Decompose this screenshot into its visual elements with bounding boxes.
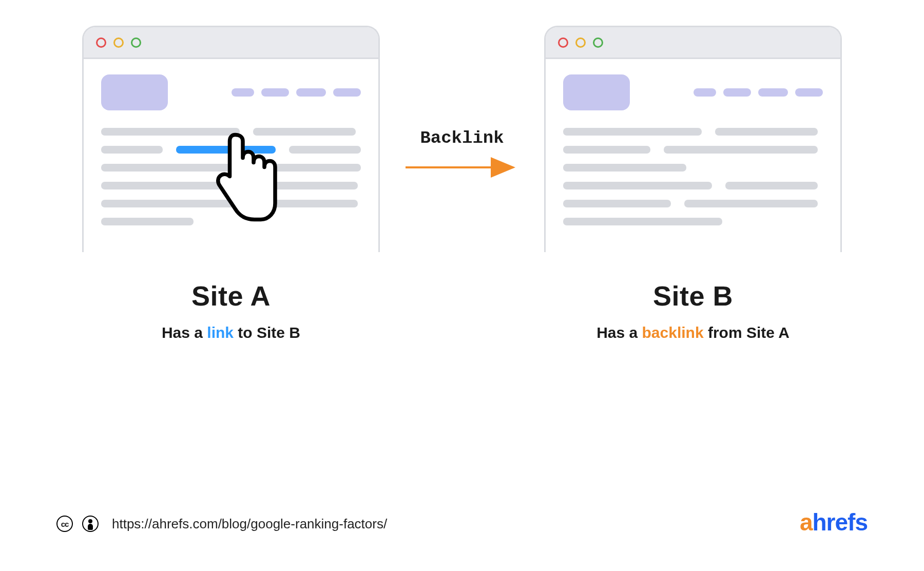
- site-b-caption: Has a backlink from Site A: [596, 324, 790, 341]
- cc-license-icon: cc: [56, 516, 73, 532]
- text-line: [101, 218, 194, 225]
- text-line: [715, 128, 818, 136]
- site-a-title: Site A: [191, 280, 271, 312]
- maximize-icon: [131, 37, 141, 48]
- diagram-stage: Site A Has a link to Site B Backlink: [0, 26, 924, 341]
- site-b-title: Site B: [653, 280, 733, 312]
- nav-item: [723, 88, 751, 97]
- nav-item: [795, 88, 823, 97]
- logo-placeholder: [563, 74, 630, 110]
- attribution-footer: cc https://ahrefs.com/blog/google-rankin…: [56, 516, 387, 532]
- text-line: [253, 128, 356, 136]
- hyperlink-line[interactable]: [176, 146, 276, 154]
- attribution-icon: [82, 516, 99, 532]
- text-line: [258, 164, 361, 172]
- ahrefs-logo: ahrefs: [800, 508, 868, 536]
- page-header: [563, 74, 823, 110]
- caption-keyword: link: [207, 324, 234, 341]
- arrow-icon: [403, 157, 521, 178]
- text-line: [101, 146, 163, 154]
- text-line: [563, 218, 722, 225]
- arrow-label: Backlink: [420, 128, 504, 148]
- browser-mock-a: [82, 26, 380, 252]
- text-line: [563, 146, 650, 154]
- site-a-caption: Has a link to Site B: [162, 324, 300, 341]
- maximize-icon: [593, 37, 603, 48]
- caption-keyword: backlink: [642, 324, 704, 341]
- nav-item: [296, 88, 326, 97]
- browser-mock-b: [544, 26, 842, 252]
- content-placeholder: [563, 128, 823, 225]
- text-line: [563, 164, 686, 172]
- text-line: [563, 128, 702, 136]
- page-body: [546, 59, 840, 252]
- close-icon: [558, 37, 568, 48]
- brand-rest: hrefs: [813, 509, 868, 536]
- nav-item: [694, 88, 716, 97]
- nav-placeholder: [232, 88, 361, 97]
- text-line: [101, 200, 358, 207]
- source-url: https://ahrefs.com/blog/google-ranking-f…: [112, 516, 387, 532]
- window-titlebar: [84, 27, 378, 59]
- arrow-column: Backlink: [400, 128, 524, 178]
- content-placeholder: [101, 128, 361, 225]
- caption-text: Has a: [596, 324, 642, 341]
- page-body: [84, 59, 378, 252]
- caption-text: to Site B: [234, 324, 300, 341]
- text-line: [101, 128, 240, 136]
- text-line: [725, 182, 818, 189]
- window-titlebar: [546, 27, 840, 59]
- page-header: [101, 74, 361, 110]
- site-b-column: Site B Has a backlink from Site A: [544, 26, 842, 341]
- nav-item: [232, 88, 254, 97]
- caption-text: Has a: [162, 324, 207, 341]
- nav-placeholder: [694, 88, 823, 97]
- minimize-icon: [575, 37, 586, 48]
- text-line: [101, 164, 245, 172]
- text-line: [289, 146, 361, 154]
- logo-placeholder: [101, 74, 168, 110]
- close-icon: [96, 37, 106, 48]
- caption-text: from Site A: [704, 324, 790, 341]
- nav-item: [333, 88, 361, 97]
- text-line: [563, 182, 712, 189]
- nav-item: [758, 88, 788, 97]
- site-a-column: Site A Has a link to Site B: [82, 26, 380, 341]
- nav-item: [261, 88, 289, 97]
- text-line: [664, 146, 818, 154]
- brand-letter: a: [800, 509, 813, 536]
- text-line: [101, 182, 358, 189]
- minimize-icon: [113, 37, 124, 48]
- text-line: [563, 200, 671, 207]
- text-line: [684, 200, 818, 207]
